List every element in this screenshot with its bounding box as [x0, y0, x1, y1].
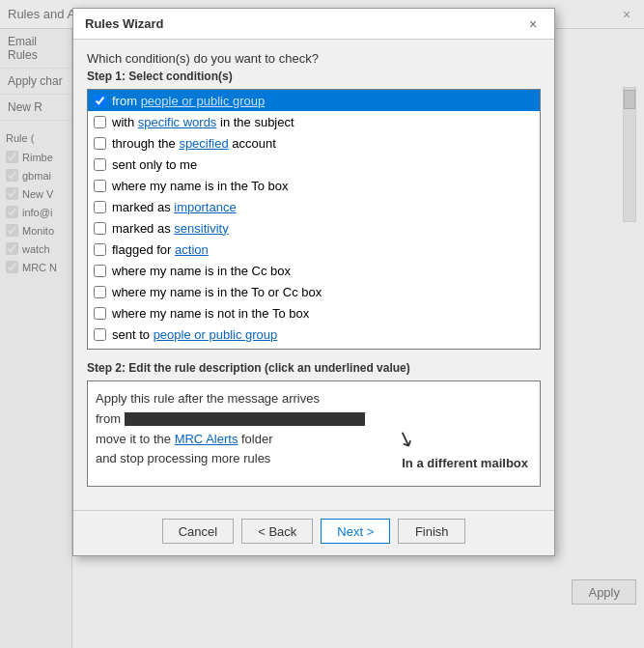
- condition-text-name-in-to-or-cc: where my name is in the To or Cc box: [112, 285, 322, 299]
- condition-checkbox-name-not-in-to[interactable]: [94, 307, 106, 320]
- condition-text-name-in-cc: where my name is in the Cc box: [112, 264, 291, 278]
- dialog-title: Rules Wizard: [85, 16, 164, 31]
- condition-item-importance[interactable]: marked as importance: [88, 196, 540, 217]
- condition-checkbox-name-in-cc[interactable]: [94, 265, 106, 277]
- desc-folder-post: folder: [238, 432, 272, 446]
- desc-mrc-alerts-link[interactable]: MRC Alerts: [175, 432, 238, 446]
- condition-item-specific-words-subject[interactable]: with specific words in the subject: [88, 111, 540, 132]
- condition-text-flagged-action: flagged for action: [112, 242, 209, 257]
- desc-line3: move it to the MRC Alerts folder: [96, 430, 532, 450]
- condition-checkbox-name-in-to-or-cc[interactable]: [94, 286, 106, 298]
- condition-link-people-group[interactable]: people or public group: [141, 94, 266, 108]
- condition-text-words-in-body: with specific words in the body: [112, 349, 282, 351]
- description-box: Apply this rule after the message arrive…: [87, 380, 541, 487]
- condition-text-from-people: from people or public group: [112, 94, 265, 108]
- condition-link-specified[interactable]: specified: [179, 136, 228, 151]
- finish-button[interactable]: Finish: [398, 519, 465, 544]
- conditions-list[interactable]: from people or public group with specifi…: [87, 89, 541, 350]
- condition-item-sent-to-people[interactable]: sent to people or public group: [88, 324, 540, 345]
- condition-item-name-in-to-or-cc[interactable]: where my name is in the To or Cc box: [88, 281, 540, 302]
- condition-link-sent-to-people[interactable]: people or public group: [154, 327, 278, 342]
- condition-text-sent-only-to-me: sent only to me: [112, 157, 197, 172]
- back-button[interactable]: < Back: [241, 519, 313, 544]
- condition-item-from-people[interactable]: from people or public group: [88, 90, 540, 111]
- step1-label: Step 1: Select condition(s): [87, 70, 541, 83]
- condition-text-importance: marked as importance: [112, 200, 237, 214]
- condition-checkbox-flagged-action[interactable]: [94, 243, 106, 256]
- condition-checkbox-sent-only-to-me[interactable]: [94, 158, 106, 171]
- dialog-footer: Cancel < Back Next > Finish: [73, 510, 554, 555]
- condition-checkbox-sensitivity[interactable]: [94, 222, 106, 235]
- step2-label: Step 2: Edit the rule description (click…: [87, 361, 541, 375]
- condition-text-sensitivity: marked as sensitivity: [112, 221, 229, 236]
- condition-checkbox-importance[interactable]: [94, 201, 106, 213]
- condition-text-specific-words-subject: with specific words in the subject: [112, 115, 294, 129]
- desc-line1: Apply this rule after the message arrive…: [96, 389, 532, 409]
- desc-redacted-email: [125, 412, 365, 426]
- condition-text-name-not-in-to: where my name is not in the To box: [112, 306, 309, 321]
- condition-link-specific-words-body[interactable]: specific words: [138, 349, 217, 351]
- condition-link-importance[interactable]: importance: [174, 200, 236, 214]
- condition-checkbox-sent-to-people[interactable]: [94, 328, 106, 341]
- cancel-button[interactable]: Cancel: [162, 519, 234, 544]
- condition-checkbox-name-in-to[interactable]: [94, 180, 106, 192]
- different-mailbox-note: In a different mailbox: [402, 456, 528, 470]
- condition-item-sent-only-to-me[interactable]: sent only to me: [88, 154, 540, 175]
- rules-wizard-dialog: Rules Wizard × Which condition(s) do you…: [72, 8, 555, 556]
- desc-from-pre: from: [96, 411, 125, 426]
- condition-item-name-in-to[interactable]: where my name is in the To box: [88, 175, 540, 196]
- condition-item-flagged-action[interactable]: flagged for action: [88, 239, 540, 260]
- condition-text-name-in-to: where my name is in the To box: [112, 179, 289, 193]
- dialog-body: Which condition(s) do you want to check?…: [73, 40, 554, 510]
- condition-item-words-in-body[interactable]: with specific words in the body: [88, 345, 540, 350]
- condition-link-specific-words-1[interactable]: specific words: [138, 115, 217, 129]
- desc-line2: from: [96, 409, 532, 430]
- desc-move-pre: move it to the: [96, 432, 175, 446]
- condition-text-specified-account: through the specified account: [112, 136, 276, 151]
- condition-item-name-in-cc[interactable]: where my name is in the Cc box: [88, 260, 540, 281]
- dialog-close-button[interactable]: ×: [523, 14, 543, 34]
- next-button[interactable]: Next >: [321, 519, 390, 544]
- dialog-titlebar: Rules Wizard ×: [73, 9, 554, 40]
- condition-checkbox-specific-words-subject[interactable]: [94, 116, 106, 128]
- dialog-question: Which condition(s) do you want to check?: [87, 51, 541, 66]
- condition-link-action[interactable]: action: [175, 242, 209, 257]
- condition-item-name-not-in-to[interactable]: where my name is not in the To box: [88, 302, 540, 324]
- condition-item-specified-account[interactable]: through the specified account: [88, 132, 540, 154]
- condition-checkbox-from-people[interactable]: [94, 95, 106, 107]
- condition-text-sent-to-people: sent to people or public group: [112, 327, 277, 342]
- condition-checkbox-words-in-body[interactable]: [94, 350, 106, 351]
- condition-link-sensitivity[interactable]: sensitivity: [174, 221, 228, 236]
- condition-checkbox-specified-account[interactable]: [94, 137, 106, 150]
- condition-item-sensitivity[interactable]: marked as sensitivity: [88, 217, 540, 239]
